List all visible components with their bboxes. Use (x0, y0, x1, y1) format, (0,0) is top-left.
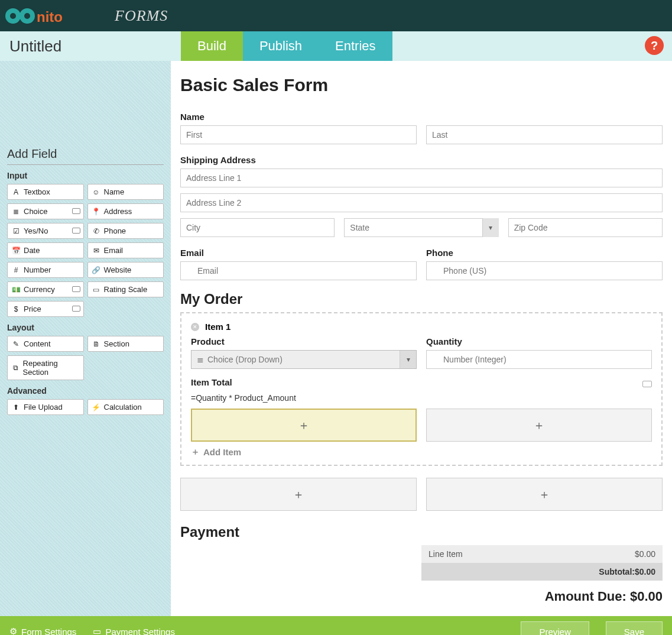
item-title: Item 1 (205, 322, 231, 332)
field-type-address[interactable]: 📍Address (87, 203, 164, 219)
field-type-phone[interactable]: ✆Phone (87, 223, 164, 239)
field-type-currency[interactable]: 💵Currency (7, 281, 84, 297)
field-type-email[interactable]: ✉Email (87, 242, 164, 258)
content-icon: ✎ (12, 340, 20, 348)
item-total-label: Item Total (191, 377, 232, 387)
form-settings-label: Form Settings (21, 627, 76, 636)
list-icon: ≣ (197, 355, 204, 364)
add-item-button[interactable]: ＋Add Item (191, 442, 652, 459)
sidebar: Add Field Input ATextbox☺Name≣Choice📍Add… (0, 61, 171, 616)
form-settings-link[interactable]: ⚙Form Settings (9, 626, 76, 635)
sidebar-title: Add Field (7, 144, 164, 165)
form-canvas: Basic Sales Form Name Shipping Address ▾… (171, 61, 672, 616)
field-type-section[interactable]: 🗎Section (87, 336, 164, 352)
last-name-input[interactable] (426, 125, 663, 144)
field-type-yes-no[interactable]: ☑Yes/No (7, 223, 84, 239)
subtotal-value: $0.00 (635, 567, 655, 576)
preview-button[interactable]: Preview (521, 621, 589, 636)
field-type-label: Repeating Section (23, 359, 79, 377)
save-button[interactable]: Save (606, 621, 663, 636)
help-button[interactable]: ? (645, 36, 664, 55)
form-name-label[interactable]: Untitled (0, 31, 181, 61)
section-icon: 🗎 (92, 340, 100, 348)
top-bar: nito FORMS (0, 0, 672, 31)
phone-icon: ✆ (92, 227, 100, 235)
number-icon: # (12, 266, 20, 274)
field-type-label: Calculation (104, 403, 142, 412)
dropzone-right[interactable]: ＋ (426, 409, 652, 442)
field-type-label: Section (104, 339, 129, 348)
field-type-calculation[interactable]: ⚡Calculation (87, 399, 164, 415)
zip-input[interactable] (508, 218, 663, 237)
field-type-label: Number (24, 265, 51, 274)
order-heading: My Order (180, 291, 663, 307)
tab-publish[interactable]: Publish (243, 31, 319, 61)
product-ph: Choice (Drop Down) (207, 355, 283, 364)
remove-item-button[interactable]: ✕ (191, 323, 199, 331)
repeating-section-icon: ⧉ (12, 364, 20, 372)
field-type-name[interactable]: ☺Name (87, 184, 164, 200)
first-name-input[interactable] (180, 125, 417, 144)
email-label: Email (180, 248, 417, 258)
field-type-label: Price (24, 304, 41, 313)
field-type-website[interactable]: 🔗Website (87, 262, 164, 278)
form-title[interactable]: Basic Sales Form (180, 75, 663, 95)
calculation-icon: ⚡ (92, 403, 100, 412)
tab-build[interactable]: Build (181, 31, 243, 61)
field-type-file-upload[interactable]: ⬆File Upload (7, 399, 84, 415)
card-icon: ▭ (93, 626, 101, 635)
sidebar-section-layout: Layout (7, 323, 164, 332)
dropzone-outer-left[interactable]: ＋ (180, 478, 417, 511)
payment-subtotal: Subtotal: $0.00 (421, 563, 663, 581)
field-type-choice[interactable]: ≣Choice (7, 203, 84, 219)
payment-settings-link[interactable]: ▭Payment Settings (93, 626, 175, 635)
shipping-label: Shipping Address (180, 155, 663, 165)
price-icon: $ (12, 305, 20, 313)
dropzone-outer-right[interactable]: ＋ (426, 478, 663, 511)
plus-icon: ＋ (191, 446, 200, 458)
field-type-label: Textbox (24, 187, 50, 196)
field-type-number[interactable]: #Number (7, 262, 84, 278)
field-type-label: Currency (24, 285, 55, 294)
field-type-rating-scale[interactable]: ▭Rating Scale (87, 281, 164, 297)
file-upload-icon: ⬆ (12, 403, 20, 412)
phone-input[interactable] (426, 261, 663, 280)
field-type-label: Choice (24, 207, 47, 216)
quantity-input[interactable] (426, 350, 652, 369)
sidebar-section-input: Input (7, 171, 164, 180)
address-line1-input[interactable] (180, 169, 663, 187)
name-icon: ☺ (92, 188, 100, 196)
chevron-down-icon[interactable]: ▾ (400, 351, 416, 368)
product-label: Product (191, 336, 417, 346)
svg-point-3 (24, 13, 30, 19)
field-type-date[interactable]: 📅Date (7, 242, 84, 258)
field-type-label: Phone (104, 226, 126, 235)
address-line2-input[interactable] (180, 193, 663, 212)
chevron-down-icon[interactable]: ▾ (482, 218, 499, 237)
yes-no-icon: ☑ (12, 227, 20, 235)
email-input[interactable] (180, 261, 417, 280)
field-type-label: Rating Scale (104, 285, 148, 294)
field-type-repeating-section[interactable]: ⧉Repeating Section (7, 355, 84, 380)
brand-logo[interactable]: nito FORMS (5, 4, 168, 28)
field-type-content[interactable]: ✎Content (7, 336, 84, 352)
tab-entries[interactable]: Entries (319, 31, 392, 61)
workspace: Add Field Input ATextbox☺Name≣Choice📍Add… (0, 61, 672, 616)
card-badge-icon (72, 286, 80, 292)
order-repeating-section[interactable]: ✕ Item 1 Product ≣Choice (Drop Down) ▾ Q… (180, 312, 663, 466)
field-type-label: Website (104, 265, 132, 274)
product-select[interactable]: ≣Choice (Drop Down) ▾ (191, 350, 417, 369)
subtotal-label: Subtotal: (428, 567, 635, 576)
svg-text:nito: nito (37, 9, 63, 25)
state-select[interactable] (344, 218, 498, 237)
field-type-textbox[interactable]: ATextbox (7, 184, 84, 200)
date-icon: 📅 (12, 247, 20, 255)
amount-due-value: $0.00 (630, 589, 663, 604)
amount-due-label: Amount Due: (545, 589, 626, 604)
city-input[interactable] (180, 218, 335, 237)
dropzone-left[interactable]: ＋ (191, 409, 417, 442)
phone-label: Phone (426, 248, 663, 258)
email-icon: ✉ (92, 247, 100, 255)
field-type-price[interactable]: $Price (7, 301, 84, 317)
field-type-label: File Upload (24, 403, 63, 412)
